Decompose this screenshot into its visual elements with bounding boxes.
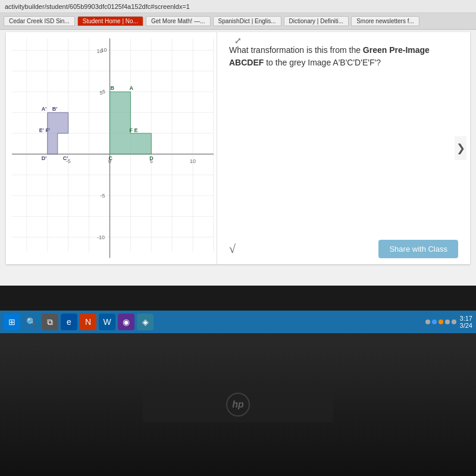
app2-icon[interactable]: W <box>99 314 115 330</box>
notif-dot-2 <box>432 320 437 324</box>
browser-icon[interactable]: e <box>61 314 77 330</box>
svg-text:10: 10 <box>190 158 196 164</box>
app4-icon[interactable]: ◈ <box>137 314 154 330</box>
page-content: ⤢ <box>6 32 470 264</box>
clock-time: 3:17 <box>460 315 472 322</box>
right-panel: What transformation is this from the Gre… <box>217 32 470 264</box>
preimage-shape <box>110 92 152 154</box>
svg-text:B': B' <box>52 106 58 112</box>
system-clock: 3:17 3/24 <box>460 315 472 329</box>
svg-text:10: 10 <box>97 48 103 54</box>
start-button[interactable]: ⊞ <box>4 314 20 330</box>
svg-text:C': C' <box>63 155 68 161</box>
svg-text:A: A <box>129 85 133 91</box>
app3-icon[interactable]: ◉ <box>118 314 134 330</box>
taskbar-right: 3:17 3/24 <box>425 315 472 329</box>
coordinate-grid: -5 0 5 10 10 5 -5 -10 10 5 <box>6 32 217 264</box>
notif-dot-5 <box>452 320 456 324</box>
hp-logo: hp <box>226 393 250 416</box>
clock-date: 3/24 <box>460 322 472 329</box>
app1-icon[interactable]: N <box>80 314 96 330</box>
address-bar: activitybuilder/student/605b9903dfc0125f… <box>0 0 476 13</box>
url-text: activitybuilder/student/605b9903dfc0125f… <box>5 3 190 10</box>
notif-dot-1 <box>425 320 430 324</box>
svg-text:E' F': E' F' <box>39 127 50 133</box>
image-shape <box>48 112 68 154</box>
notif-dot-3 <box>439 320 443 324</box>
laptop-body: hp <box>0 333 476 476</box>
taskbar: ⊞ 🔍 ⧉ e N W ◉ ◈ 3:17 3/24 <box>0 311 476 333</box>
tab-smore[interactable]: Smore newsletters f... <box>351 16 419 26</box>
collapse-panel-button[interactable]: ❯ <box>455 136 466 160</box>
tab-student[interactable]: Student Home | No... <box>77 16 143 26</box>
share-with-class-button[interactable]: Share with Class <box>378 240 458 258</box>
sqrt-symbol: √ <box>229 242 236 256</box>
expand-icon[interactable]: ⤢ <box>234 36 242 45</box>
taskview-button[interactable]: ⧉ <box>42 314 58 330</box>
search-button[interactable]: 🔍 <box>23 314 39 330</box>
svg-text:-5: -5 <box>101 193 105 199</box>
svg-text:C: C <box>109 155 113 161</box>
svg-text:5: 5 <box>102 89 105 95</box>
tab-dictionary[interactable]: Dictionary | Definiti... <box>284 16 349 26</box>
graph-panel: -5 0 5 10 10 5 -5 -10 10 5 <box>6 32 217 264</box>
tab-getmore[interactable]: Get More Math! —... <box>146 16 211 26</box>
tab-spanish[interactable]: SpanishDict | Englis... <box>213 16 281 26</box>
svg-text:D': D' <box>42 155 47 161</box>
svg-text:A': A' <box>42 106 47 112</box>
svg-text:F E: F E <box>129 127 137 133</box>
question-text: What transformation is this from the Gre… <box>229 44 458 69</box>
tabs-bar: Cedar Creek ISD Sin... Student Home | No… <box>0 13 476 30</box>
svg-text:-10: -10 <box>97 234 105 240</box>
svg-text:B: B <box>111 85 115 91</box>
notification-icons <box>425 320 456 324</box>
laptop-keyboard: hp <box>143 387 333 422</box>
svg-text:D: D <box>149 155 154 161</box>
answer-area: √ Share with Class <box>229 240 458 258</box>
svg-text:5: 5 <box>100 90 103 96</box>
notif-dot-4 <box>445 320 450 324</box>
tab-cedar[interactable]: Cedar Creek ISD Sin... <box>4 16 75 26</box>
